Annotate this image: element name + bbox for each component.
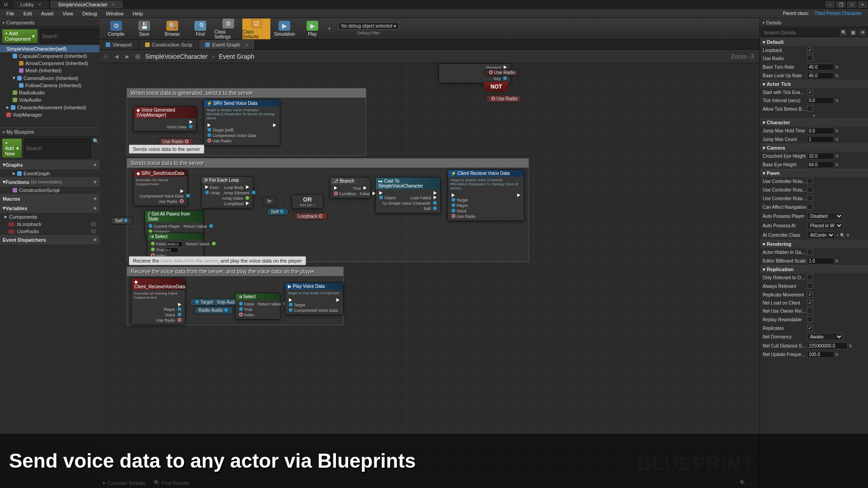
dispatchers-section[interactable]: Event Dispatchers+ bbox=[0, 235, 99, 244]
close-icon[interactable]: × bbox=[245, 42, 248, 47]
restore-icon[interactable]: ❐ bbox=[835, 0, 846, 9]
component-item[interactable]: FollowCamera (Inherited) bbox=[0, 82, 99, 89]
replicates-checkbox[interactable]: ✓ bbox=[807, 325, 813, 331]
add-function-icon[interactable]: + bbox=[93, 178, 97, 185]
search-icon[interactable]: 🔍 bbox=[93, 138, 99, 158]
add-icon[interactable]: + bbox=[836, 233, 839, 238]
tab-current[interactable]: SimpleVoiceCharacter× bbox=[50, 0, 123, 9]
node-radioaudio-var[interactable]: Radio Audio bbox=[194, 306, 233, 314]
node-srv-event[interactable]: ◆ SRV_SendVoiceData Executes On Server C… bbox=[133, 169, 188, 206]
menu-edit[interactable]: Edit bbox=[19, 10, 37, 17]
details-panel-header[interactable]: ▾Details bbox=[760, 18, 868, 27]
select-false-input[interactable] bbox=[167, 242, 183, 247]
variable-bloopback[interactable]: bLoopback bbox=[0, 221, 99, 228]
component-item[interactable]: Mesh (Inherited) bbox=[0, 67, 99, 74]
crumb-graph[interactable]: Event Graph bbox=[219, 53, 255, 60]
crouched-input[interactable] bbox=[807, 153, 834, 160]
save-button[interactable]: 💾Save bbox=[130, 19, 158, 39]
component-item[interactable]: CapsuleComponent (Inherited) bbox=[0, 52, 99, 60]
play-button[interactable]: ▶Play bbox=[298, 19, 326, 39]
usectrl3-checkbox[interactable] bbox=[807, 195, 813, 201]
node-client-recv[interactable]: ⚡ Client Recieve Voice Data Target is Si… bbox=[448, 169, 524, 221]
menu-file[interactable]: File bbox=[2, 10, 19, 17]
expand-icon[interactable]: ▼ bbox=[760, 113, 868, 118]
eventgraph-item[interactable]: ▸EventGraph bbox=[0, 169, 99, 177]
node-foreach[interactable]: ⟳ For Each Loop ExecLoop Body ArrayArray… bbox=[201, 176, 253, 208]
components-panel-header[interactable]: ▾Components bbox=[0, 18, 99, 27]
play-dropdown-icon[interactable]: ▾ bbox=[326, 26, 333, 32]
nav-home-icon[interactable]: ⊞ bbox=[135, 53, 141, 60]
add-variable-icon[interactable]: + bbox=[93, 205, 97, 211]
category-character[interactable]: ▾ Character bbox=[760, 118, 868, 127]
visibility-toggle-icon[interactable] bbox=[90, 229, 97, 234]
usectrl1-checkbox[interactable] bbox=[807, 178, 813, 184]
search-icon[interactable]: 🔍 bbox=[840, 233, 845, 238]
jumpcount-input[interactable] bbox=[807, 136, 834, 143]
node-useradio-var[interactable]: Use Radio bbox=[484, 69, 519, 76]
netupd-input[interactable] bbox=[807, 351, 834, 358]
myblueprint-search-input[interactable] bbox=[24, 138, 91, 158]
components-var-group[interactable]: ▸ Components bbox=[0, 213, 99, 221]
netcull-input[interactable] bbox=[807, 343, 848, 349]
category-default[interactable]: ▾ Default bbox=[760, 38, 868, 46]
constructionscript-item[interactable]: ConstructionScript bbox=[0, 187, 99, 194]
find-button[interactable]: 🔎Find bbox=[186, 19, 214, 39]
tab-event-graph[interactable]: Event Graph× bbox=[199, 40, 255, 49]
close-icon[interactable]: × bbox=[38, 2, 41, 7]
node-self[interactable]: Self bbox=[267, 208, 289, 216]
search-icon[interactable]: 🔍 bbox=[840, 28, 848, 37]
select-true-input[interactable] bbox=[165, 248, 178, 253]
category-replication[interactable]: ▾ Replication bbox=[760, 265, 868, 273]
myblueprint-panel-header[interactable]: ▾My Blueprint bbox=[0, 127, 99, 136]
baselook-input[interactable] bbox=[807, 72, 834, 79]
alwaysrel-checkbox[interactable] bbox=[807, 283, 813, 289]
billboard-input[interactable] bbox=[807, 258, 834, 264]
node-client-event[interactable]: ◆ Client_RecieveVoiceData Executes on Ow… bbox=[131, 278, 185, 325]
blueprint-canvas[interactable]: Pressed Released Key Use Radio NOT Use R… bbox=[99, 63, 760, 477]
aictrl-dropdown[interactable]: AIController bbox=[807, 231, 835, 239]
variables-section[interactable]: ▾ Variables+ bbox=[0, 203, 99, 213]
macros-section[interactable]: Macros+ bbox=[0, 194, 99, 203]
menu-view[interactable]: View bbox=[58, 10, 78, 17]
allowtick-checkbox[interactable] bbox=[807, 106, 813, 112]
tab-lobby[interactable]: Lobby× bbox=[12, 0, 50, 9]
graphs-section[interactable]: ▾ Graphs+ bbox=[0, 160, 99, 169]
component-item[interactable]: ArrowComponent (Inherited) bbox=[0, 60, 99, 67]
node-select[interactable]: ⇉ Select FalseReturn Value True Index bbox=[235, 293, 280, 319]
category-pawn[interactable]: ▾ Pawn bbox=[760, 169, 868, 177]
tab-viewport[interactable]: Viewport bbox=[99, 40, 139, 49]
class-settings-button[interactable]: ⚙Class Settings bbox=[214, 19, 242, 39]
replay-checkbox[interactable] bbox=[807, 316, 813, 322]
baseturn-input[interactable] bbox=[807, 64, 834, 70]
component-item[interactable]: VoipManager bbox=[0, 111, 99, 118]
category-actortick[interactable]: ▾ Actor Tick bbox=[760, 80, 868, 88]
simulation-button[interactable]: ▶Simulation bbox=[270, 19, 298, 39]
add-dispatcher-icon[interactable]: + bbox=[93, 236, 97, 243]
debug-object-dropdown[interactable]: No debug object selected ▾ bbox=[338, 22, 399, 30]
class-defaults-button[interactable]: ☑Class Defaults bbox=[242, 19, 270, 39]
clear-icon[interactable]: ✕ bbox=[846, 233, 850, 238]
functions-section[interactable]: ▾ Functions(31 Overridable)+ bbox=[0, 177, 99, 187]
component-item[interactable]: ▸CharacterMovement (Inherited) bbox=[0, 103, 99, 111]
autoai-dropdown[interactable]: Placed in World bbox=[807, 222, 843, 230]
grid-view-icon[interactable]: ▦ bbox=[849, 28, 857, 37]
usectrl2-checkbox[interactable] bbox=[807, 187, 813, 192]
components-search-input[interactable] bbox=[40, 29, 107, 43]
category-camera[interactable]: ▾ Camera bbox=[760, 144, 868, 152]
netdorm-dropdown[interactable]: Awake bbox=[807, 333, 843, 341]
component-root[interactable]: SimpleVoiceCharacter(self) bbox=[0, 45, 99, 52]
add-component-button[interactable]: + Add Component ▾ bbox=[2, 29, 38, 43]
node-loopback-var[interactable]: Loopback bbox=[294, 212, 328, 220]
close-icon[interactable]: × bbox=[112, 2, 115, 7]
onlyrel-checkbox[interactable] bbox=[807, 274, 813, 280]
menu-window[interactable]: Window bbox=[101, 10, 128, 17]
category-rendering[interactable]: ▾ Rendering bbox=[760, 240, 868, 248]
node-branch[interactable]: ⎇ Branch True ConditionFalse bbox=[330, 177, 371, 198]
node-notequal[interactable]: != bbox=[262, 197, 276, 206]
node-or[interactable]: OR Add pin + bbox=[292, 194, 323, 209]
favorite-icon[interactable]: ☆ bbox=[103, 53, 109, 60]
loopback-checkbox[interactable]: ✓ bbox=[807, 47, 813, 53]
starttick-checkbox[interactable]: ✓ bbox=[807, 89, 813, 95]
menu-help[interactable]: Help bbox=[128, 10, 147, 17]
node-not[interactable]: NOT bbox=[484, 81, 509, 92]
